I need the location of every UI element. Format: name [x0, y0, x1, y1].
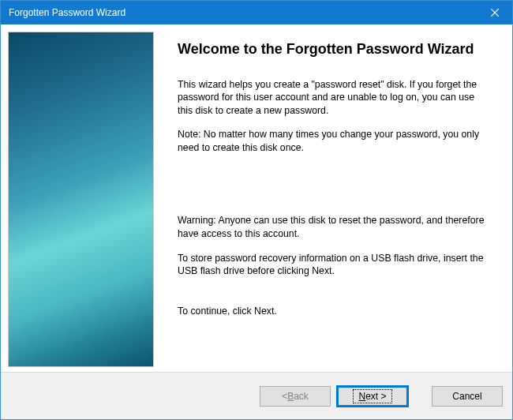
close-button[interactable]	[477, 1, 512, 24]
wizard-main-panel: Welcome to the Forgotten Password Wizard…	[154, 24, 512, 372]
wizard-heading: Welcome to the Forgotten Password Wizard	[178, 40, 489, 58]
next-button[interactable]: Next >	[337, 386, 408, 407]
wizard-paragraph-note: Note: No matter how many times you chang…	[178, 128, 489, 154]
wizard-paragraph-intro: This wizard helps you create a "password…	[178, 78, 489, 118]
back-button-suffix: ack	[294, 391, 309, 402]
wizard-sidebar-graphic	[8, 32, 154, 367]
window-title: Forgotten Password Wizard	[9, 7, 125, 18]
back-button: < Back	[260, 386, 331, 407]
wizard-paragraph-warning: Warning: Anyone can use this disk to res…	[178, 214, 489, 240]
close-icon	[491, 9, 499, 17]
titlebar: Forgotten Password Wizard	[1, 1, 512, 24]
cancel-button-label: Cancel	[452, 391, 481, 402]
back-button-mnemonic: B	[287, 391, 294, 402]
spacer	[178, 165, 489, 214]
spacer	[178, 289, 489, 305]
button-bar: < Back Next > Cancel	[1, 372, 512, 419]
content-area: Welcome to the Forgotten Password Wizard…	[1, 24, 512, 372]
next-button-suffix: ext >	[365, 391, 386, 402]
cancel-button[interactable]: Cancel	[432, 386, 503, 407]
wizard-paragraph-usb: To store password recovery information o…	[178, 252, 489, 278]
back-button-prefix: <	[282, 391, 287, 402]
next-button-mnemonic: N	[358, 391, 365, 402]
wizard-paragraph-continue: To continue, click Next.	[178, 305, 489, 318]
